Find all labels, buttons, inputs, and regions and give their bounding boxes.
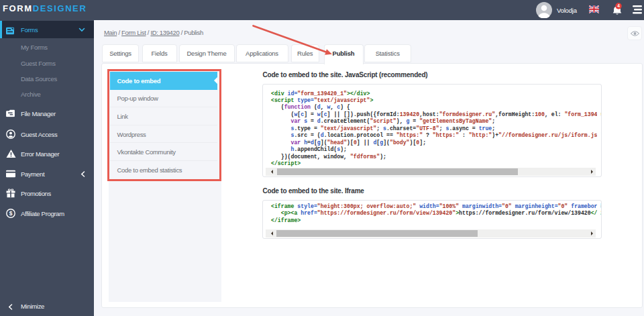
svg-text:4: 4 (617, 3, 620, 8)
svg-text:$: $ (9, 210, 13, 217)
